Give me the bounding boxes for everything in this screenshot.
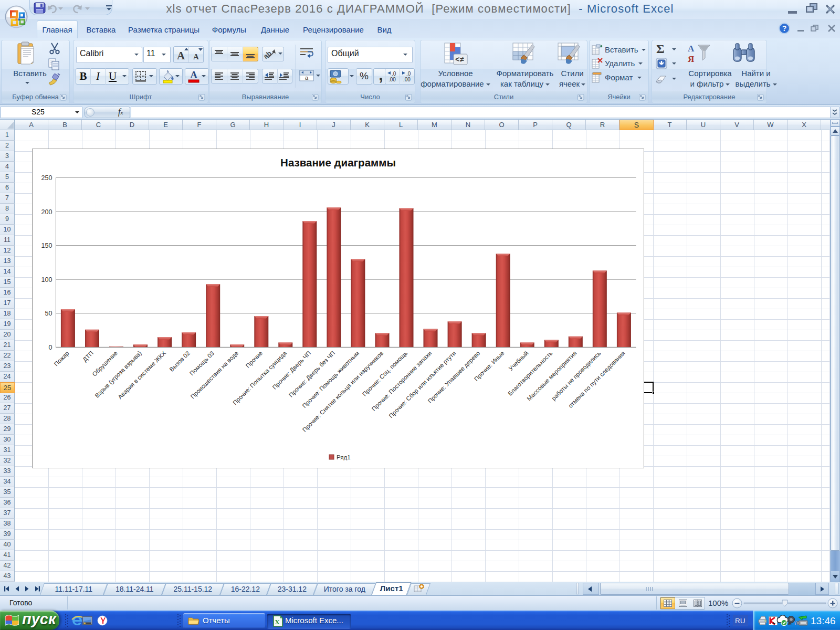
svg-text:100: 100 bbox=[41, 276, 52, 284]
svg-text:.0: .0 bbox=[392, 71, 396, 77]
svg-text:.00: .00 bbox=[388, 77, 396, 82]
svg-text:A: A bbox=[177, 49, 185, 62]
svg-text:50: 50 bbox=[45, 310, 52, 317]
svg-text:A: A bbox=[193, 52, 199, 61]
svg-text:А: А bbox=[688, 44, 695, 54]
svg-text:250: 250 bbox=[41, 174, 52, 182]
svg-text:A: A bbox=[190, 69, 197, 80]
svg-text:.00: .00 bbox=[403, 77, 411, 82]
svg-text:200: 200 bbox=[41, 208, 52, 216]
svg-text:0: 0 bbox=[48, 344, 52, 351]
svg-text:<≠: <≠ bbox=[455, 56, 464, 64]
svg-text:.0: .0 bbox=[406, 71, 411, 77]
svg-text:Ряд1: Ряд1 bbox=[337, 454, 351, 460]
svg-text:Название диаграммы: Название диаграммы bbox=[280, 156, 396, 169]
svg-text:a: a bbox=[305, 75, 309, 81]
svg-text:?: ? bbox=[782, 24, 787, 33]
svg-text:150: 150 bbox=[41, 242, 52, 249]
svg-text:X: X bbox=[275, 618, 280, 626]
svg-text:Я: Я bbox=[688, 54, 694, 64]
